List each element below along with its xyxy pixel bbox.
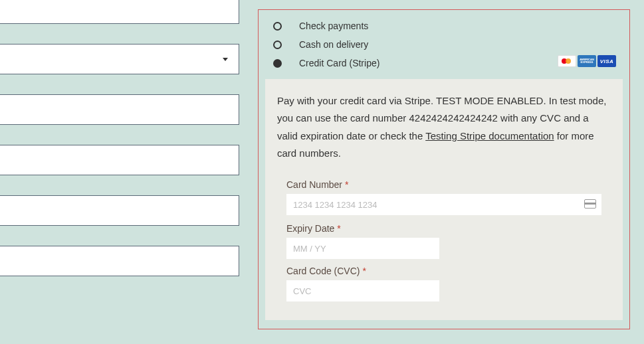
radio-icon <box>273 22 282 31</box>
stripe-description: Pay with your credit card via Stripe. TE… <box>277 92 611 162</box>
expiry-date-label: Expiry Date * <box>286 223 601 234</box>
billing-input-1[interactable] <box>0 0 239 24</box>
expiry-date-input[interactable] <box>286 238 439 259</box>
mastercard-icon <box>558 55 576 67</box>
payment-option-cod[interactable]: Cash on delivery <box>265 35 623 54</box>
visa-icon: VISA <box>597 55 616 67</box>
billing-city-input[interactable] <box>0 195 239 226</box>
billing-street-input[interactable]: eet name <box>0 94 239 125</box>
stripe-payment-box: Pay with your credit card via Stripe. TE… <box>265 79 623 320</box>
card-number-input[interactable] <box>286 194 601 215</box>
payment-option-label: Check payments <box>299 21 368 31</box>
payment-option-stripe[interactable]: Credit Card (Stripe) AMERICAN EXPRESS VI… <box>265 54 623 72</box>
card-icon <box>584 199 596 209</box>
card-number-wrapper <box>286 194 601 215</box>
billing-form-left: eet name etc. (optional) <box>0 0 239 296</box>
billing-apt-input[interactable]: etc. (optional) <box>0 145 239 175</box>
card-form: Card Number * Expiry Date * Card Code (C… <box>277 179 611 301</box>
card-number-label: Card Number * <box>286 179 601 190</box>
stripe-docs-link[interactable]: Testing Stripe documentation <box>425 130 554 141</box>
payment-option-label: Cash on delivery <box>299 39 368 50</box>
required-mark: * <box>337 223 340 234</box>
billing-country-select[interactable] <box>0 44 239 74</box>
billing-state-input[interactable] <box>0 246 239 276</box>
label-text: Card Number <box>286 179 342 190</box>
amex-icon: AMERICAN EXPRESS <box>578 55 596 67</box>
label-text: Card Code (CVC) <box>286 266 360 276</box>
required-mark: * <box>362 266 366 276</box>
payment-option-check[interactable]: Check payments <box>265 17 623 35</box>
radio-icon <box>273 41 282 49</box>
payment-method-panel: Check payments Cash on delivery Credit C… <box>258 9 630 329</box>
radio-icon-selected <box>273 59 282 68</box>
card-brand-icons: AMERICAN EXPRESS VISA <box>558 55 616 67</box>
cvc-label: Card Code (CVC) * <box>286 266 601 276</box>
cvc-input[interactable] <box>286 280 439 301</box>
payment-option-label: Credit Card (Stripe) <box>299 58 379 68</box>
label-text: Expiry Date <box>286 223 334 234</box>
required-mark: * <box>345 179 348 190</box>
